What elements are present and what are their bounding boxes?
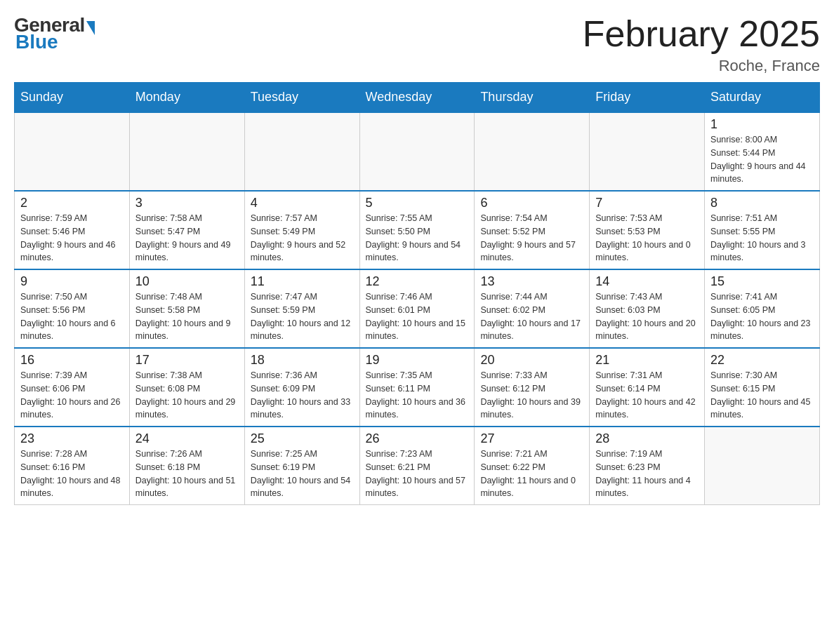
day-info: Sunrise: 7:38 AMSunset: 6:08 PMDaylight:… (135, 369, 239, 422)
day-info: Sunrise: 7:39 AMSunset: 6:06 PMDaylight:… (20, 369, 124, 422)
day-number: 18 (251, 353, 354, 368)
day-number: 23 (20, 431, 124, 446)
day-info: Sunrise: 7:19 AMSunset: 6:23 PMDaylight:… (595, 448, 699, 500)
calendar-week-row-5: 23Sunrise: 7:28 AMSunset: 6:16 PMDayligh… (15, 427, 820, 505)
day-info: Sunrise: 7:58 AMSunset: 5:47 PMDaylight:… (135, 212, 239, 264)
day-info: Sunrise: 7:41 AMSunset: 6:05 PMDaylight:… (710, 290, 814, 343)
day-number: 28 (595, 431, 699, 446)
title-block: February 2025 Roche, France (583, 14, 820, 75)
calendar-cell: 8Sunrise: 7:51 AMSunset: 5:55 PMDaylight… (705, 191, 820, 269)
calendar-cell: 14Sunrise: 7:43 AMSunset: 6:03 PMDayligh… (590, 269, 705, 348)
calendar-cell: 20Sunrise: 7:33 AMSunset: 6:12 PMDayligh… (475, 348, 590, 427)
day-number: 10 (135, 274, 239, 289)
day-info: Sunrise: 7:36 AMSunset: 6:09 PMDaylight:… (251, 369, 354, 422)
calendar-table: Sunday Monday Tuesday Wednesday Thursday… (14, 82, 820, 505)
day-number: 22 (710, 353, 814, 368)
calendar-week-row-2: 2Sunrise: 7:59 AMSunset: 5:46 PMDaylight… (15, 191, 820, 269)
day-number: 27 (480, 431, 583, 446)
day-info: Sunrise: 7:57 AMSunset: 5:49 PMDaylight:… (251, 212, 354, 264)
day-info: Sunrise: 7:33 AMSunset: 6:12 PMDaylight:… (480, 369, 583, 422)
day-info: Sunrise: 7:30 AMSunset: 6:15 PMDaylight:… (710, 369, 814, 422)
day-info: Sunrise: 7:26 AMSunset: 6:18 PMDaylight:… (135, 448, 239, 500)
calendar-cell: 4Sunrise: 7:57 AMSunset: 5:49 PMDaylight… (244, 191, 359, 269)
calendar-cell: 13Sunrise: 7:44 AMSunset: 6:02 PMDayligh… (475, 269, 590, 348)
day-info: Sunrise: 7:35 AMSunset: 6:11 PMDaylight:… (366, 369, 469, 422)
day-info: Sunrise: 7:46 AMSunset: 6:01 PMDaylight:… (366, 290, 469, 343)
day-number: 13 (480, 274, 583, 289)
day-number: 26 (366, 431, 469, 446)
calendar-cell: 21Sunrise: 7:31 AMSunset: 6:14 PMDayligh… (590, 348, 705, 427)
day-info: Sunrise: 7:43 AMSunset: 6:03 PMDaylight:… (595, 290, 699, 343)
day-number: 15 (710, 274, 814, 289)
col-sunday: Sunday (15, 83, 130, 113)
col-saturday: Saturday (705, 83, 820, 113)
location: Roche, France (583, 57, 820, 75)
day-info: Sunrise: 7:53 AMSunset: 5:53 PMDaylight:… (595, 212, 699, 264)
col-tuesday: Tuesday (244, 83, 359, 113)
calendar-cell (15, 112, 130, 191)
calendar-week-row-1: 1Sunrise: 8:00 AMSunset: 5:44 PMDaylight… (15, 112, 820, 191)
day-number: 4 (251, 196, 354, 210)
day-info: Sunrise: 7:23 AMSunset: 6:21 PMDaylight:… (366, 448, 469, 500)
day-info: Sunrise: 7:21 AMSunset: 6:22 PMDaylight:… (480, 448, 583, 500)
day-info: Sunrise: 7:44 AMSunset: 6:02 PMDaylight:… (480, 290, 583, 343)
calendar-cell: 12Sunrise: 7:46 AMSunset: 6:01 PMDayligh… (359, 269, 475, 348)
day-info: Sunrise: 8:00 AMSunset: 5:44 PMDaylight:… (710, 133, 814, 186)
day-number: 7 (595, 196, 699, 210)
logo-arrow-icon (86, 21, 95, 35)
day-number: 16 (20, 353, 124, 368)
calendar-cell (590, 112, 705, 191)
day-info: Sunrise: 7:31 AMSunset: 6:14 PMDaylight:… (595, 369, 699, 422)
day-info: Sunrise: 7:28 AMSunset: 6:16 PMDaylight:… (20, 448, 124, 500)
calendar-cell: 6Sunrise: 7:54 AMSunset: 5:52 PMDaylight… (475, 191, 590, 269)
day-info: Sunrise: 7:25 AMSunset: 6:19 PMDaylight:… (251, 448, 354, 500)
calendar-header-row: Sunday Monday Tuesday Wednesday Thursday… (15, 83, 820, 113)
calendar-cell: 11Sunrise: 7:47 AMSunset: 5:59 PMDayligh… (244, 269, 359, 348)
calendar-cell: 28Sunrise: 7:19 AMSunset: 6:23 PMDayligh… (590, 427, 705, 505)
day-number: 8 (710, 196, 814, 210)
calendar-cell: 7Sunrise: 7:53 AMSunset: 5:53 PMDaylight… (590, 191, 705, 269)
page-header: General Blue February 2025 Roche, France (14, 14, 820, 75)
calendar-cell: 1Sunrise: 8:00 AMSunset: 5:44 PMDaylight… (705, 112, 820, 191)
calendar-cell: 3Sunrise: 7:58 AMSunset: 5:47 PMDaylight… (129, 191, 244, 269)
calendar-cell (475, 112, 590, 191)
day-info: Sunrise: 7:59 AMSunset: 5:46 PMDaylight:… (20, 212, 124, 264)
calendar-cell: 17Sunrise: 7:38 AMSunset: 6:08 PMDayligh… (129, 348, 244, 427)
day-number: 6 (480, 196, 583, 210)
day-info: Sunrise: 7:54 AMSunset: 5:52 PMDaylight:… (480, 212, 583, 264)
day-number: 5 (366, 196, 469, 210)
calendar-cell: 24Sunrise: 7:26 AMSunset: 6:18 PMDayligh… (129, 427, 244, 505)
day-number: 25 (251, 431, 354, 446)
day-info: Sunrise: 7:50 AMSunset: 5:56 PMDaylight:… (20, 290, 124, 343)
day-number: 11 (251, 274, 354, 289)
col-monday: Monday (129, 83, 244, 113)
calendar-cell: 9Sunrise: 7:50 AMSunset: 5:56 PMDaylight… (15, 269, 130, 348)
calendar-cell (359, 112, 475, 191)
day-info: Sunrise: 7:48 AMSunset: 5:58 PMDaylight:… (135, 290, 239, 343)
calendar-cell (705, 427, 820, 505)
day-number: 17 (135, 353, 239, 368)
day-info: Sunrise: 7:55 AMSunset: 5:50 PMDaylight:… (366, 212, 469, 264)
day-number: 24 (135, 431, 239, 446)
calendar-week-row-4: 16Sunrise: 7:39 AMSunset: 6:06 PMDayligh… (15, 348, 820, 427)
calendar-cell: 5Sunrise: 7:55 AMSunset: 5:50 PMDaylight… (359, 191, 475, 269)
day-number: 19 (366, 353, 469, 368)
day-number: 2 (20, 196, 124, 210)
day-number: 21 (595, 353, 699, 368)
day-info: Sunrise: 7:51 AMSunset: 5:55 PMDaylight:… (710, 212, 814, 264)
calendar-cell: 16Sunrise: 7:39 AMSunset: 6:06 PMDayligh… (15, 348, 130, 427)
calendar-cell (244, 112, 359, 191)
col-wednesday: Wednesday (359, 83, 475, 113)
col-thursday: Thursday (475, 83, 590, 113)
day-number: 3 (135, 196, 239, 210)
calendar-cell: 22Sunrise: 7:30 AMSunset: 6:15 PMDayligh… (705, 348, 820, 427)
month-title: February 2025 (583, 14, 820, 54)
day-info: Sunrise: 7:47 AMSunset: 5:59 PMDaylight:… (251, 290, 354, 343)
calendar-cell: 25Sunrise: 7:25 AMSunset: 6:19 PMDayligh… (244, 427, 359, 505)
calendar-cell: 19Sunrise: 7:35 AMSunset: 6:11 PMDayligh… (359, 348, 475, 427)
day-number: 12 (366, 274, 469, 289)
day-number: 1 (710, 117, 814, 132)
logo: General Blue (14, 14, 95, 53)
day-number: 14 (595, 274, 699, 289)
day-number: 9 (20, 274, 124, 289)
